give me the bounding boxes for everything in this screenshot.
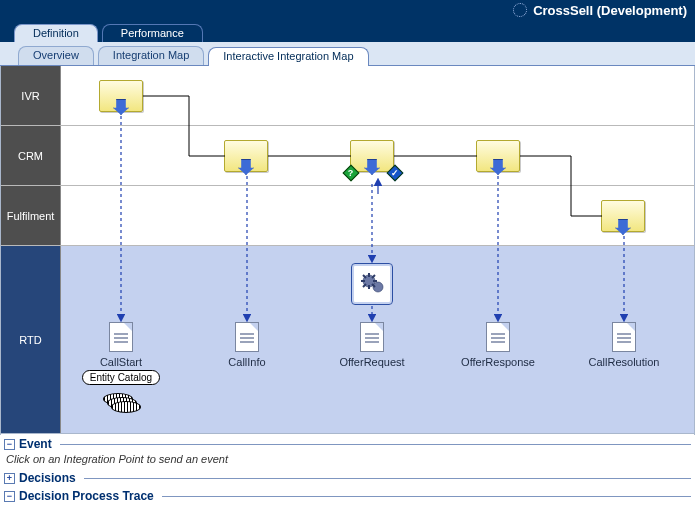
panel-decisions: + Decisions <box>0 469 695 487</box>
subtab-overview[interactable]: Overview <box>18 46 94 65</box>
panel-event-hint: Click on an Integration Point to send an… <box>0 453 695 469</box>
request-validate-icon: ✓ <box>387 165 404 182</box>
doc-icon-callresolution[interactable] <box>612 322 636 352</box>
entity-catalog-stack-icon <box>111 401 141 413</box>
col-label-callinfo: CallInfo <box>187 356 307 368</box>
doc-icon-offerrequest[interactable] <box>360 322 384 352</box>
top-tabs: Definition Performance <box>0 20 695 42</box>
request-decision-icon: ? <box>343 165 360 182</box>
expand-icon[interactable]: + <box>4 473 15 484</box>
lane-rtd: RTD CallStart CallInfo OfferRequest Offe… <box>1 246 694 434</box>
lane-ivr: IVR <box>1 66 694 126</box>
tab-definition[interactable]: Definition <box>14 24 98 42</box>
lane-label-ivr: IVR <box>1 66 61 125</box>
col-label-callresolution: CallResolution <box>564 356 684 368</box>
panel-event-header[interactable]: − Event <box>0 435 695 453</box>
entity-catalog-node[interactable]: Entity Catalog <box>82 370 160 385</box>
col-label-offerresponse: OfferResponse <box>438 356 558 368</box>
rule-line <box>162 496 691 497</box>
doc-icon-callinfo[interactable] <box>235 322 259 352</box>
node-ivr-callstart[interactable] <box>99 80 143 112</box>
panel-trace: − Decision Process Trace <box>0 487 695 505</box>
rule-line <box>84 478 691 479</box>
lane-crm: CRM ? ✓ <box>1 126 694 186</box>
collapse-icon[interactable]: − <box>4 491 15 502</box>
rtd-process-icon[interactable] <box>351 263 393 305</box>
panel-event: − Event Click on an Integration Point to… <box>0 435 695 469</box>
panel-trace-header[interactable]: − Decision Process Trace <box>0 487 695 505</box>
panel-decisions-title: Decisions <box>19 471 76 485</box>
panel-trace-title: Decision Process Trace <box>19 489 154 503</box>
app-logo-icon <box>513 3 527 17</box>
sub-tabs: Overview Integration Map Interactive Int… <box>0 42 695 66</box>
subtab-interactive-integration-map[interactable]: Interactive Integration Map <box>208 47 368 66</box>
tab-performance[interactable]: Performance <box>102 24 203 42</box>
node-crm-offerresponse[interactable] <box>476 140 520 172</box>
node-fulfilment-callresolution[interactable] <box>601 200 645 232</box>
header-bar: CrossSell (Development) <box>0 0 695 20</box>
lane-label-crm: CRM <box>1 126 61 185</box>
rule-line <box>60 444 691 445</box>
node-crm-offerrequest[interactable]: ? ✓ <box>350 140 394 172</box>
doc-icon-callstart[interactable] <box>109 322 133 352</box>
lane-fulfilment: Fulfilment <box>1 186 694 246</box>
lane-label-fulfilment: Fulfilment <box>1 186 61 245</box>
panel-event-title: Event <box>19 437 52 451</box>
doc-icon-offerresponse[interactable] <box>486 322 510 352</box>
subtab-integration-map[interactable]: Integration Map <box>98 46 204 65</box>
integration-map-canvas: IVR CRM ? ✓ Fulfilment RTD <box>0 66 695 435</box>
col-label-callstart: CallStart <box>61 356 181 368</box>
collapse-icon[interactable]: − <box>4 439 15 450</box>
node-crm-callinfo[interactable] <box>224 140 268 172</box>
lane-label-rtd: RTD <box>1 246 61 433</box>
panel-decisions-header[interactable]: + Decisions <box>0 469 695 487</box>
app-title: CrossSell (Development) <box>533 3 687 18</box>
col-label-offerrequest: OfferRequest <box>312 356 432 368</box>
